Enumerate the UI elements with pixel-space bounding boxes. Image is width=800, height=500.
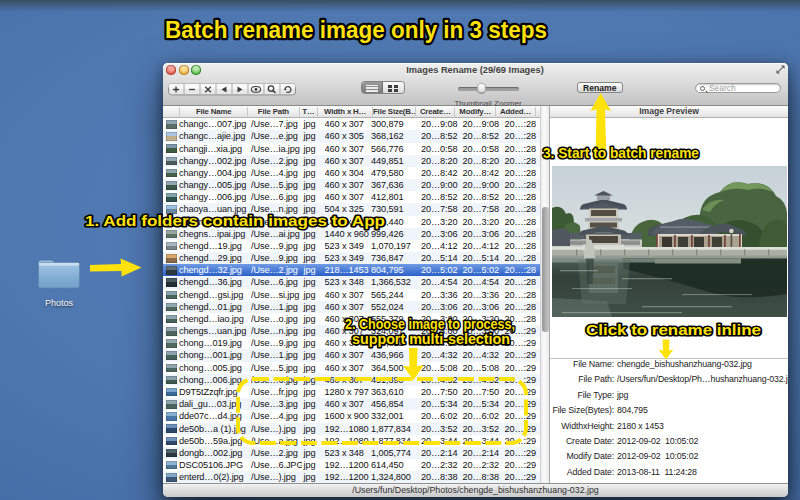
svg-text:Batch rename image only in 3 s: Batch rename image only in 3 steps: [165, 16, 547, 43]
